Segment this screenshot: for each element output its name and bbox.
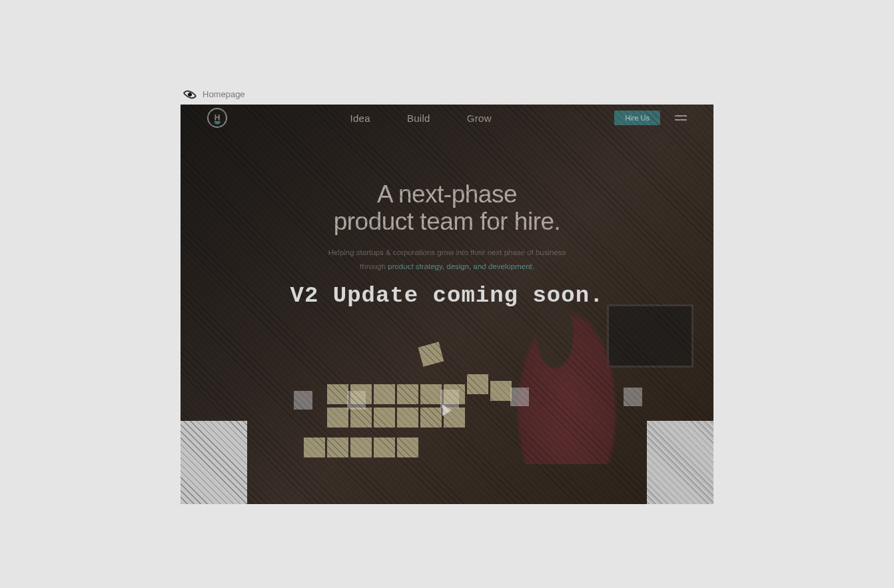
nav-link-build[interactable]: Build — [407, 113, 430, 124]
hero-subtitle: Helping startups & corporations grow int… — [181, 246, 713, 273]
hero-sub-line-1: Helping startups & corporations grow int… — [181, 246, 713, 260]
nav-link-idea[interactable]: Idea — [350, 113, 370, 124]
nav-links: Idea Build Grow — [227, 113, 614, 124]
hero-title-line-2: product team for hire. — [181, 208, 713, 236]
top-navigation: H Idea Build Grow Hire Us — [181, 105, 713, 131]
logo[interactable]: H — [207, 108, 227, 128]
hero-sub-accent: product strategy, design, and developmen… — [388, 262, 534, 270]
hero-section: A next-phase product team for hire. Help… — [181, 181, 713, 274]
left-side-panel — [181, 421, 247, 504]
nav-link-grow[interactable]: Grow — [467, 113, 492, 124]
hero-title-line-1: A next-phase — [181, 181, 713, 208]
eye-icon — [183, 87, 197, 101]
preview-page-label[interactable]: Homepage — [203, 89, 245, 99]
play-video-button[interactable] — [442, 404, 452, 416]
right-side-panel — [647, 421, 713, 504]
preview-bar: Homepage — [181, 84, 713, 105]
v2-update-overlay-text: V2 Update coming soon. — [181, 281, 713, 312]
hero-title: A next-phase product team for hire. — [181, 181, 713, 235]
hamburger-menu-icon[interactable] — [675, 115, 687, 121]
hero-sub-line-2: through product strategy, design, and de… — [181, 260, 713, 274]
hire-us-button[interactable]: Hire Us — [614, 111, 660, 125]
page-preview-canvas[interactable]: H Idea Build Grow Hire Us A next-phase p… — [181, 105, 713, 504]
bg-sticky-notes — [247, 318, 580, 504]
play-icon — [442, 404, 452, 416]
